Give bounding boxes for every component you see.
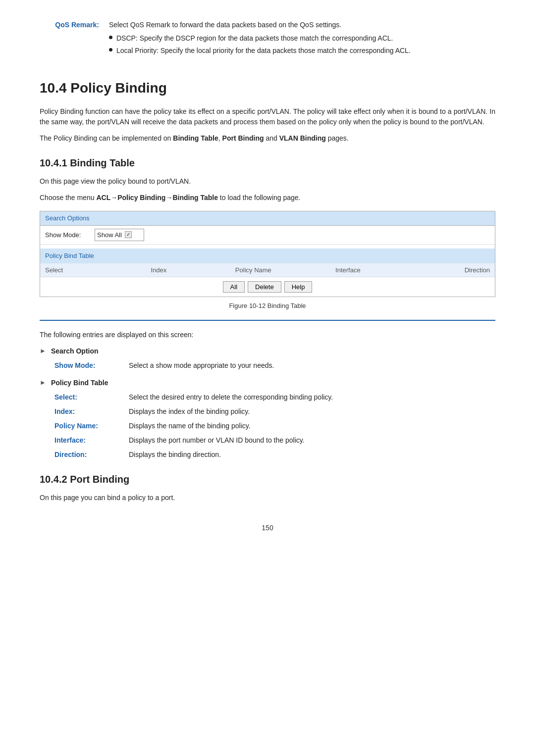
section-10-4-1-title: 10.4.1 Binding Table	[40, 155, 495, 170]
bullet-item-local-priority: Local Priority: Specify the local priori…	[109, 46, 495, 56]
show-mode-row: Show Mode: Show All ✓	[40, 226, 495, 245]
entry-key-direction: Direction:	[54, 450, 119, 460]
qos-remark-bullets: DSCP: Specify the DSCP region for the da…	[109, 33, 495, 56]
section-10-4-title: 10.4 Policy Binding	[40, 78, 495, 99]
qos-remark-section: QoS Remark: Select QoS Remark to forward…	[40, 20, 495, 58]
entry-interface: Interface: Displays the port number or V…	[40, 435, 495, 446]
section-10-4-1-menu-path: Choose the menu ACL→Policy Binding→Bindi…	[40, 193, 495, 203]
menu-path-text: ACL→Policy Binding→Binding Table	[96, 194, 218, 202]
entry-key-policy-name: Policy Name:	[54, 421, 119, 431]
select-arrow-icon: ✓	[125, 231, 132, 238]
policy-bind-table-header: Policy Bind Table	[40, 249, 495, 263]
col-policy-name: Policy Name	[206, 265, 301, 275]
entry-key-show-mode: Show Mode:	[54, 360, 119, 371]
vlan-binding-bold: VLAN Binding	[279, 134, 326, 142]
entry-group-search-title: Search Option	[51, 346, 99, 356]
entry-key-interface: Interface:	[54, 435, 119, 446]
section-10-4-2: 10.4.2 Port Binding On this page you can…	[40, 472, 495, 503]
section-10-4-intro: Policy Binding function can have the pol…	[40, 106, 495, 127]
col-index: Index	[111, 265, 206, 275]
col-select: Select	[45, 265, 111, 275]
divider	[40, 320, 495, 321]
table-columns-row: Select Index Policy Name Interface Direc…	[40, 263, 495, 278]
section-10-4-2-intro: On this page you can bind a policy to a …	[40, 493, 495, 503]
spacer	[40, 245, 495, 249]
entry-value-direction: Displays the binding direction.	[129, 450, 495, 460]
arrow-icon-search: ►	[40, 346, 46, 356]
bullet-item-dscp: DSCP: Specify the DSCP region for the da…	[109, 33, 495, 44]
section-10-4-1: 10.4.1 Binding Table On this page view t…	[40, 155, 495, 460]
help-button[interactable]: Help	[284, 281, 313, 293]
show-mode-value: Show All	[97, 230, 122, 240]
table-buttons-row: All Delete Help	[40, 277, 495, 297]
delete-button[interactable]: Delete	[248, 281, 281, 293]
show-mode-select[interactable]: Show All ✓	[95, 229, 144, 242]
entry-value-policy-name: Displays the name of the binding policy.	[129, 421, 495, 431]
section-10-4: 10.4 Policy Binding Policy Binding funct…	[40, 78, 495, 144]
section-10-4-1-intro: On this page view the policy bound to po…	[40, 176, 495, 187]
binding-table-mockup: Search Options Show Mode: Show All ✓ Pol…	[40, 211, 495, 297]
entry-select: Select: Select the desired entry to dele…	[40, 392, 495, 403]
entry-group-policy-bind-table-header: ► Policy Bind Table	[40, 378, 495, 388]
port-binding-bold: Port Binding	[222, 134, 264, 142]
all-button[interactable]: All	[223, 281, 245, 293]
page-number: 150	[40, 523, 495, 533]
bullet-text-local-priority: Local Priority: Specify the local priori…	[116, 46, 411, 56]
entry-direction: Direction: Displays the binding directio…	[40, 450, 495, 460]
entry-group-search-option-header: ► Search Option	[40, 346, 495, 356]
bullet-text-dscp: DSCP: Specify the DSCP region for the da…	[116, 33, 393, 44]
search-options-header: Search Options	[40, 211, 495, 226]
entry-index: Index: Displays the index of the binding…	[40, 406, 495, 417]
section-10-4-info: The Policy Binding can be implemented on…	[40, 133, 495, 144]
qos-remark-description: Select QoS Remark to forward the data pa…	[109, 21, 341, 29]
section-10-4-2-title: 10.4.2 Port Binding	[40, 472, 495, 487]
show-mode-label: Show Mode:	[45, 230, 90, 240]
entry-value-select: Select the desired entry to delete the c…	[129, 392, 495, 403]
entry-group-search-option: ► Search Option Show Mode: Select a show…	[40, 346, 495, 371]
entry-value-interface: Displays the port number or VLAN ID boun…	[129, 435, 495, 446]
figure-caption: Figure 10-12 Binding Table	[40, 301, 495, 311]
entries-intro: The following entries are displayed on t…	[40, 330, 495, 340]
col-interface: Interface	[301, 265, 395, 275]
entry-value-index: Displays the index of the binding policy…	[129, 406, 495, 417]
qos-remark-content: Select QoS Remark to forward the data pa…	[109, 20, 495, 58]
entry-policy-name: Policy Name: Displays the name of the bi…	[40, 421, 495, 431]
entry-value-show-mode: Select a show mode appropriate to your n…	[129, 360, 495, 371]
bullet-dot-local-priority	[109, 48, 112, 51]
qos-remark-row: QoS Remark: Select QoS Remark to forward…	[40, 20, 495, 58]
bullet-dot-dscp	[109, 36, 112, 39]
entry-group-policy-bind-table: ► Policy Bind Table Select: Select the d…	[40, 378, 495, 460]
qos-remark-label: QoS Remark:	[55, 21, 99, 29]
entry-group-policy-bind-title: Policy Bind Table	[51, 378, 108, 388]
qos-remark-label-col: QoS Remark:	[40, 20, 99, 58]
entries-section: The following entries are displayed on t…	[40, 330, 495, 460]
col-direction: Direction	[395, 265, 490, 275]
binding-table-bold: Binding Table	[173, 134, 218, 142]
entry-key-select: Select:	[54, 392, 119, 403]
entry-show-mode: Show Mode: Select a show mode appropriat…	[40, 360, 495, 371]
entry-key-index: Index:	[54, 406, 119, 417]
arrow-icon-policy-bind: ►	[40, 378, 46, 388]
